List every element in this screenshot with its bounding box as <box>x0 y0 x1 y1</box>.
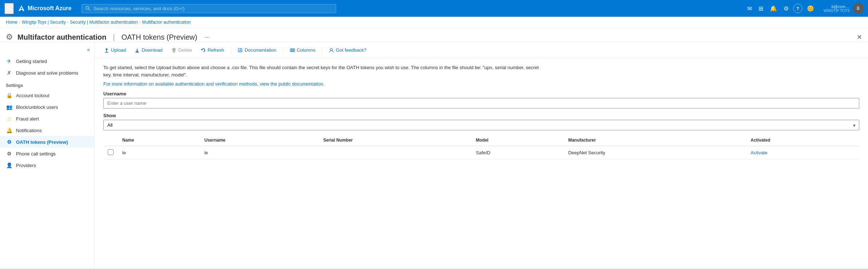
sidebar-collapse-button[interactable]: « <box>0 45 94 55</box>
portal-icon[interactable]: ⊞ <box>756 3 765 14</box>
sidebar-item-oath-tokens[interactable]: ⚙ OATH tokens (Preview) <box>0 136 94 148</box>
sidebar-item-fraud-alert[interactable]: ⚠ Fraud alert <box>0 113 94 124</box>
delete-icon <box>171 48 176 53</box>
notifications-icon: 🔔 <box>6 127 12 133</box>
model-col-header: Model <box>471 135 564 146</box>
row-name-cell: le <box>118 146 200 159</box>
refresh-button[interactable]: Refresh <box>197 45 228 55</box>
columns-icon <box>290 48 295 53</box>
breadcrumb-mfa[interactable]: Multifactor authentication <box>142 20 191 25</box>
sidebar-item-label: Diagnose and solve problems <box>16 70 78 76</box>
username-col-header: Username <box>200 135 319 146</box>
breadcrumb-sep-2: › <box>67 20 69 24</box>
svg-point-13 <box>330 48 333 51</box>
page-header-separator: | <box>113 33 115 41</box>
svg-rect-12 <box>294 49 295 52</box>
feedback-icon <box>329 48 334 53</box>
svg-rect-3 <box>105 52 108 53</box>
table-row: le le SafeID DeepNet Security Activate <box>103 146 859 159</box>
sidebar-item-diagnose[interactable]: ✗ Diagnose and solve problems <box>0 67 94 79</box>
bell-icon[interactable]: 🔔 <box>768 3 779 14</box>
sidebar-item-phone-call[interactable]: ⚙ Phone call settings <box>0 148 94 159</box>
toolbar-separator-2 <box>283 47 283 54</box>
providers-icon: 👤 <box>6 162 12 168</box>
sidebar-item-label: Account lockout <box>16 93 49 98</box>
upload-icon <box>104 48 109 53</box>
download-button[interactable]: Download <box>131 45 166 55</box>
content-area: Upload Download Delete Refresh Documenta… <box>95 42 868 268</box>
oath-tokens-table: Name Username Serial Number Model Manufa… <box>103 135 859 159</box>
email-icon[interactable]: ✉ <box>745 3 754 14</box>
row-activated-cell: Activate <box>746 146 859 159</box>
page-title: Multifactor authentication <box>17 33 106 41</box>
user-menu[interactable]: b@com.... WINGTIP TOYS B <box>824 3 864 14</box>
search-box[interactable] <box>81 4 336 13</box>
azure-logo: Microsoft Azure <box>18 5 71 12</box>
activated-col-header: Activated <box>746 135 859 146</box>
page-more-button[interactable]: ··· <box>204 33 210 41</box>
sidebar-item-providers[interactable]: 👤 Providers <box>0 159 94 171</box>
columns-label: Columns <box>297 47 315 53</box>
sidebar-item-account-lockout[interactable]: 🔒 Account lockout <box>0 90 94 101</box>
svg-line-2 <box>89 9 90 10</box>
refresh-label: Refresh <box>208 47 224 53</box>
logo-text: Microsoft Azure <box>28 5 71 12</box>
collapse-icon: « <box>87 47 90 52</box>
block-unblock-icon: 👥 <box>6 104 12 110</box>
sidebar-item-notifications[interactable]: 🔔 Notifications <box>0 124 94 136</box>
close-button[interactable]: ✕ <box>857 33 862 41</box>
username-label: Username <box>103 91 859 96</box>
page-header: ⚙ Multifactor authentication | OATH toke… <box>0 28 868 42</box>
help-icon[interactable]: ? <box>793 4 803 13</box>
content-body: To get started, select the Upload button… <box>95 58 868 268</box>
show-select-wrap: All Active Inactive ▾ <box>103 120 859 130</box>
sidebar-item-label: Block/unblock users <box>16 104 58 110</box>
page-subtitle: OATH tokens (Preview) <box>122 33 198 41</box>
username-input[interactable] <box>103 98 859 108</box>
show-select[interactable]: All Active Inactive <box>103 120 859 130</box>
azure-logo-icon <box>18 5 25 12</box>
content-toolbar: Upload Download Delete Refresh Documenta… <box>95 42 868 58</box>
name-col-header: Name <box>118 135 200 146</box>
checkbox-col-header <box>103 135 118 146</box>
svg-rect-5 <box>172 49 176 50</box>
breadcrumb-sep-1: › <box>19 20 20 24</box>
settings-icon[interactable]: ⚙ <box>781 3 791 14</box>
sidebar-item-block-unblock[interactable]: 👥 Block/unblock users <box>0 101 94 113</box>
search-input[interactable] <box>93 6 332 11</box>
topbar: ☰ Microsoft Azure ✉ ⊞ 🔔 ⚙ ? 😊 b@com.... … <box>0 0 868 17</box>
avatar[interactable]: B <box>853 3 864 14</box>
settings-section-label: Settings <box>0 79 94 90</box>
user-tenant: WINGTIP TOYS <box>824 9 850 13</box>
topbar-icons: ✉ ⊞ 🔔 ⚙ ? 😊 <box>745 3 816 14</box>
feedback-label: Got feedback? <box>336 47 367 53</box>
upload-button[interactable]: Upload <box>100 45 130 55</box>
getting-started-icon: ✈ <box>6 58 12 64</box>
sidebar-item-getting-started[interactable]: ✈ Getting started <box>0 55 94 67</box>
breadcrumb-home[interactable]: Home <box>6 20 17 25</box>
row-manufacturer-cell: DeepNet Security <box>564 146 746 159</box>
sidebar-item-label: Providers <box>16 163 36 168</box>
fraud-alert-icon: ⚠ <box>6 116 12 122</box>
feedback-button[interactable]: Got feedback? <box>325 45 370 55</box>
svg-rect-10 <box>290 49 291 52</box>
activate-link[interactable]: Activate <box>750 150 767 155</box>
upload-label: Upload <box>111 47 126 53</box>
columns-button[interactable]: Columns <box>286 45 319 55</box>
phone-call-icon: ⚙ <box>6 151 12 157</box>
svg-rect-4 <box>135 52 139 53</box>
delete-label: Delete <box>178 47 192 53</box>
row-serial-cell <box>319 146 471 159</box>
hamburger-menu[interactable]: ☰ <box>4 3 14 14</box>
documentation-button[interactable]: Documentation <box>234 45 280 55</box>
breadcrumb-security-mfa[interactable]: Security | Multifactor authentication <box>70 20 138 25</box>
download-label: Download <box>142 47 163 53</box>
search-icon <box>85 6 91 11</box>
row-checkbox[interactable] <box>108 149 114 155</box>
sidebar: « ✈ Getting started ✗ Diagnose and solve… <box>0 42 95 268</box>
row-username-cell: le <box>200 146 319 159</box>
breadcrumb-wingtip[interactable]: Wingtip Toys | Security <box>22 20 66 25</box>
feedback-icon[interactable]: 😊 <box>805 3 816 14</box>
delete-button[interactable]: Delete <box>168 45 196 55</box>
info-link[interactable]: For more information on available authen… <box>103 81 324 87</box>
